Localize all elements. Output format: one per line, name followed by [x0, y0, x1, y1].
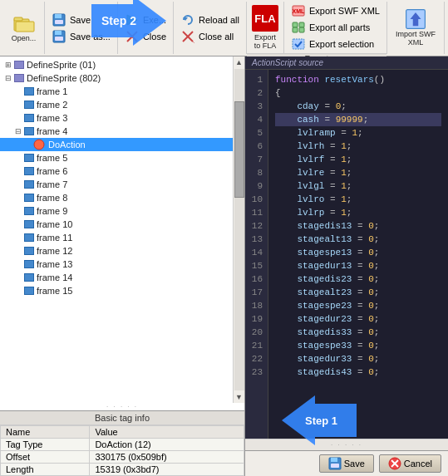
tree-item[interactable]: · frame 6 [0, 164, 233, 178]
svg-rect-19 [299, 22, 304, 27]
export-swf-xml-button[interactable]: XML Export SWF XML [288, 3, 383, 18]
tree-separator: · · · · · [0, 403, 244, 410]
code-line-highlight: cash = 99999; [275, 113, 441, 126]
export-selection-button[interactable]: Export selection [288, 37, 383, 52]
close-all-label: Close all [199, 32, 234, 42]
frame-icon [23, 258, 35, 270]
tree-item[interactable]: · frame 10 [0, 218, 233, 231]
scroll-track[interactable] [234, 69, 244, 390]
code-line: stagedur23 = 0; [275, 312, 441, 326]
tree-item[interactable]: · frame 11 [0, 231, 233, 244]
scroll-down-arrow[interactable]: ▼ [234, 391, 245, 403]
tree-scrollbar[interactable]: ▲ ▼ [233, 56, 244, 403]
frame-icon [23, 205, 35, 217]
tree-label: frame 10 [37, 219, 72, 229]
code-separator: · · · · · [245, 439, 448, 450]
code-line: lvlrf = 1; [275, 153, 441, 166]
code-line: stagedur13 = 0; [275, 259, 441, 272]
code-line: stagealt13 = 0; [275, 233, 441, 246]
close-label: Close [143, 32, 166, 42]
code-line: function resetVars() [275, 73, 441, 86]
tree-label: frame 1 [37, 86, 67, 96]
tree-item[interactable]: · frame 13 [0, 258, 233, 271]
code-content[interactable]: function resetVars() { cday = 0; cash = … [268, 70, 448, 439]
tree-item[interactable]: · frame 5 [0, 151, 233, 164]
exec-close-group: Exe... Close [118, 2, 174, 54]
tree-label: DefineSprite (01) [27, 60, 96, 70]
tree-item[interactable]: ⊟ DefineSprite (802) [0, 71, 233, 85]
import-swf-xml-button[interactable]: Import SWF XML [387, 2, 445, 54]
main-content: ⊞ DefineSprite (01) ⊟ DefineSprite (802)… [0, 56, 448, 476]
tree-item-doaction[interactable]: · DoAction [0, 138, 233, 151]
code-area[interactable]: 12345 678910 1112131415 1617181920 21222… [245, 70, 448, 439]
code-header: ActionScript source [245, 56, 448, 70]
tree-label: frame 4 [37, 126, 67, 136]
frame-icon [23, 99, 35, 110]
close-all-button[interactable]: Close all [177, 29, 243, 44]
export-to-fla-button[interactable]: FLA Exportto FLA [247, 2, 284, 53]
svg-marker-9 [127, 15, 137, 25]
tree-expand-icon[interactable]: ⊞ [3, 60, 13, 70]
export-all-parts-icon [291, 21, 306, 34]
tree-item[interactable]: ⊞ DefineSprite (01) [0, 58, 233, 71]
tree-item[interactable]: · frame 8 [0, 191, 233, 204]
tree-item[interactable]: ⊟ frame 4 [0, 125, 233, 138]
cancel-icon [388, 457, 401, 470]
execute-button[interactable]: Exe... [121, 12, 170, 27]
cancel-button[interactable]: Cancel [379, 454, 441, 473]
export-all-parts-button[interactable]: Export all parts [288, 20, 383, 35]
export-sub-group: XML Export SWF XML [284, 2, 386, 53]
row-name-length: Length [1, 464, 90, 476]
tree-expand-icon[interactable]: ⊟ [13, 126, 23, 136]
scroll-thumb[interactable] [234, 101, 244, 198]
tree-item[interactable]: · frame 14 [0, 271, 233, 284]
tree-item[interactable]: · frame 7 [0, 178, 233, 191]
reload-all-button[interactable]: Reload all [177, 12, 243, 27]
code-line: stagedur33 = 0; [275, 352, 441, 366]
row-value-length: 15319 (0x3bd7) [90, 464, 244, 476]
tree-item[interactable]: · frame 3 [0, 111, 233, 125]
save-code-button[interactable]: Save [319, 454, 374, 473]
save-code-icon [328, 457, 342, 470]
tree-label: frame 2 [37, 100, 67, 110]
frame-icon [23, 152, 35, 164]
table-row: Offset 330175 (0x509bf) [1, 451, 244, 464]
fla-icon: FLA [252, 5, 278, 32]
tree-label: frame 9 [37, 206, 67, 216]
tree-label: DoAction [48, 140, 86, 150]
reload-icon [180, 13, 195, 27]
code-line: stagespe13 = 0; [275, 246, 441, 259]
close-button[interactable]: Close [121, 29, 170, 44]
export-swf-xml-icon: XML [291, 4, 306, 17]
tree-item[interactable]: · frame 1 [0, 85, 233, 98]
tree-item[interactable]: · frame 12 [0, 244, 233, 258]
execute-icon [125, 13, 140, 27]
tree-label: frame 3 [37, 113, 67, 123]
frame-icon [23, 232, 35, 243]
code-line: stagedis13 = 0; [275, 219, 441, 233]
tree-expand-icon[interactable]: ⊟ [3, 73, 13, 83]
open-button[interactable]: Open... [8, 12, 40, 44]
frame-icon [23, 192, 35, 204]
export-group: FLA Exportto FLA XML Export SWF XML [247, 2, 387, 54]
frame-icon [23, 165, 35, 177]
tree-item[interactable]: · frame 15 [0, 284, 233, 297]
code-line: stagedis33 = 0; [275, 326, 441, 339]
tree-item[interactable]: · frame 2 [0, 98, 233, 111]
basic-tag-panel: Basic tag info Name Value Tag Type DoAct… [0, 410, 244, 476]
svg-rect-18 [293, 22, 298, 27]
code-line: lvlramp = 1; [275, 126, 441, 140]
tree-label: frame 7 [37, 179, 67, 189]
save-as-button[interactable]: Save as... [48, 29, 114, 44]
scroll-up-arrow[interactable]: ▲ [234, 56, 245, 68]
export-all-parts-label: Export all parts [309, 22, 370, 32]
svg-point-28 [34, 140, 44, 150]
row-name-tagtype: Tag Type [1, 439, 90, 451]
svg-rect-7 [55, 31, 62, 35]
tree-item[interactable]: · frame 9 [0, 204, 233, 218]
svg-rect-21 [299, 27, 304, 32]
open-icon [13, 13, 35, 33]
tree-label: frame 8 [37, 193, 67, 203]
save-button[interactable]: Save [48, 12, 114, 27]
svg-text:XML: XML [293, 8, 305, 14]
